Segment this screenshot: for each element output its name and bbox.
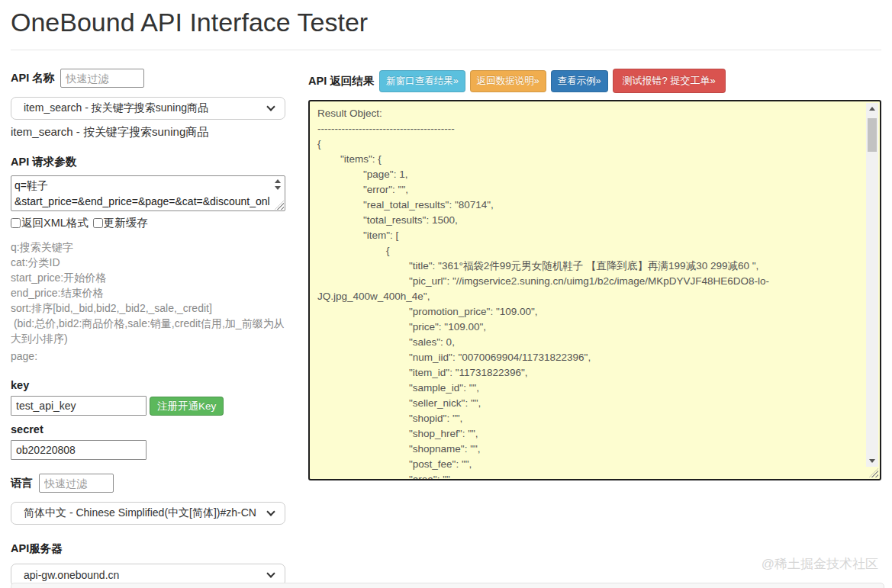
cache-checkbox-label: 更新缓存 — [104, 216, 148, 230]
result-json-line: ---------------------------------------- — [317, 121, 861, 137]
language-row: 语言 — [11, 474, 285, 493]
api-server-label: API服务器 — [11, 541, 285, 556]
result-json-line: "page": 1, — [317, 167, 861, 182]
params-textarea[interactable]: q=鞋子 &start_price=&end_price=&page=&cat=… — [11, 175, 285, 211]
language-select-value: 简体中文 - Chinese Simplified(中文[简体])#zh-CN — [24, 506, 256, 520]
param-help-line: end_price:结束价格 — [11, 285, 285, 300]
data-description-button[interactable]: 返回数据说明» — [470, 70, 546, 92]
param-help-text: q:搜索关键字cat:分类IDstart_price:开始价格end_price… — [11, 239, 285, 364]
result-json-line: "title": "361°福袋2件99元男女随机鞋子 【直降到底】再满199减… — [317, 259, 861, 274]
result-label: API 返回结果 — [308, 74, 374, 88]
xml-checkbox[interactable] — [11, 218, 21, 228]
params-label: API 请求参数 — [11, 155, 285, 169]
result-json-line: "post_fee": "", — [317, 457, 861, 472]
xml-checkbox-label: 返回XML格式 — [21, 216, 89, 230]
result-json-line: "area": "" — [317, 472, 861, 479]
result-scrollbar[interactable] — [866, 103, 878, 467]
register-key-button[interactable]: 注册开通Key — [150, 397, 224, 416]
param-help-line: start_price:开始价格 — [11, 270, 285, 285]
result-json-line: "real_total_results": "80714", — [317, 198, 861, 213]
main-columns: API 名称 item_search - 按关键字搜索suning商品 item… — [11, 69, 881, 588]
scroll-up-icon[interactable] — [866, 103, 878, 114]
app-window: OneBound API Interface Tester API 名称 ite… — [0, 0, 892, 588]
result-json-line: "error": "", — [317, 182, 861, 198]
api-select-value: item_search - 按关键字搜索suning商品 — [24, 101, 208, 115]
result-json-line: Result Object: — [317, 106, 861, 121]
result-panel: API 返回结果 新窗口查看结果» 返回数据说明» 查看示例» 测试报错? 提交… — [308, 69, 881, 588]
page-title: OneBound API Interface Tester — [11, 8, 881, 37]
cache-checkbox-option[interactable]: 更新缓存 — [93, 216, 148, 230]
result-json-line: "pic_url": "//imgservice2.suning.cn/uimg… — [317, 274, 861, 289]
api-name-filter-input[interactable] — [60, 69, 144, 88]
result-json-line: JQ.jpg_400w_400h_4e", — [317, 289, 861, 304]
secret-input[interactable] — [11, 440, 147, 460]
language-select[interactable]: 简体中文 - Chinese Simplified(中文[简体])#zh-CN — [11, 502, 285, 525]
result-json-line: "shopname": "", — [317, 442, 861, 457]
result-json-line: "shop_href": "", — [317, 426, 861, 442]
scrollbar-thumb[interactable] — [868, 118, 877, 152]
result-json-line: "sales": 0, — [317, 335, 861, 350]
request-panel: API 名称 item_search - 按关键字搜索suning商品 item… — [11, 69, 285, 588]
api-server-select-value: api-gw.onebound.cn — [24, 569, 119, 581]
param-help-line: page: — [11, 349, 285, 364]
resize-grip-icon[interactable] — [869, 468, 878, 477]
chevron-down-icon — [266, 569, 275, 577]
community-watermark: @稀土掘金技术社区 — [762, 555, 878, 573]
result-json-line: "total_results": 1500, — [317, 213, 861, 228]
result-header: API 返回结果 新窗口查看结果» 返回数据说明» 查看示例» 测试报错? 提交… — [308, 69, 881, 93]
secret-row — [11, 440, 285, 460]
xml-checkbox-option[interactable]: 返回XML格式 — [11, 216, 89, 230]
chevron-down-icon — [266, 507, 275, 516]
param-help-line: sort:排序[bid,_bid,bid2,_bid2,_sale,_credi… — [11, 300, 285, 316]
chevron-down-icon — [266, 102, 275, 111]
result-json-text: Result Object:--------------------------… — [317, 106, 861, 479]
key-label: key — [11, 379, 285, 391]
result-json-line: "promotion_price": "109.00", — [317, 304, 861, 320]
param-help-line: (bid:总价,bid2:商品价格,sale:销量,credit信用,加_前缀为… — [11, 316, 285, 346]
api-name-label: API 名称 — [11, 71, 54, 85]
result-json-line: { — [317, 243, 861, 259]
result-json-line: "shopid": "", — [317, 411, 861, 426]
report-error-ticket-button[interactable]: 测试报错? 提交工单» — [613, 69, 726, 93]
result-json-line: "num_iid": "0070069904/11731822396", — [317, 350, 861, 365]
param-help-line: q:搜索关键字 — [11, 239, 285, 255]
param-help-line: cat:分类ID — [11, 255, 285, 270]
footer-panel-edge — [11, 583, 884, 588]
language-label: 语言 — [11, 476, 33, 490]
result-output-box[interactable]: Result Object:--------------------------… — [308, 100, 881, 480]
result-json-line: "seller_nick": "", — [317, 396, 861, 411]
params-textarea-wrap: q=鞋子 &start_price=&end_price=&page=&cat=… — [11, 175, 285, 211]
result-json-line: { — [317, 137, 861, 152]
cache-checkbox[interactable] — [93, 218, 103, 228]
view-example-button[interactable]: 查看示例» — [551, 70, 608, 92]
api-name-row: API 名称 — [11, 69, 285, 88]
result-json-line: "item_id": "11731822396", — [317, 365, 861, 381]
result-json-line: "price": "109.00", — [317, 320, 861, 335]
result-json-line: "item": [ — [317, 228, 861, 243]
result-json-line: "items": { — [317, 152, 861, 167]
title-divider — [11, 50, 881, 50]
secret-label: secret — [11, 423, 285, 435]
api-select[interactable]: item_search - 按关键字搜索suning商品 — [11, 97, 285, 120]
key-row: 注册开通Key — [11, 396, 285, 416]
open-result-new-window-button[interactable]: 新窗口查看结果» — [379, 70, 465, 92]
language-filter-input[interactable] — [39, 474, 114, 493]
format-options-row: 返回XML格式 更新缓存 — [11, 216, 285, 230]
api-select-caption: item_search - 按关键字搜索suning商品 — [11, 125, 285, 140]
key-input[interactable] — [11, 396, 147, 416]
scroll-down-icon[interactable] — [866, 455, 878, 467]
result-json-line: "sample_id": "", — [317, 381, 861, 396]
